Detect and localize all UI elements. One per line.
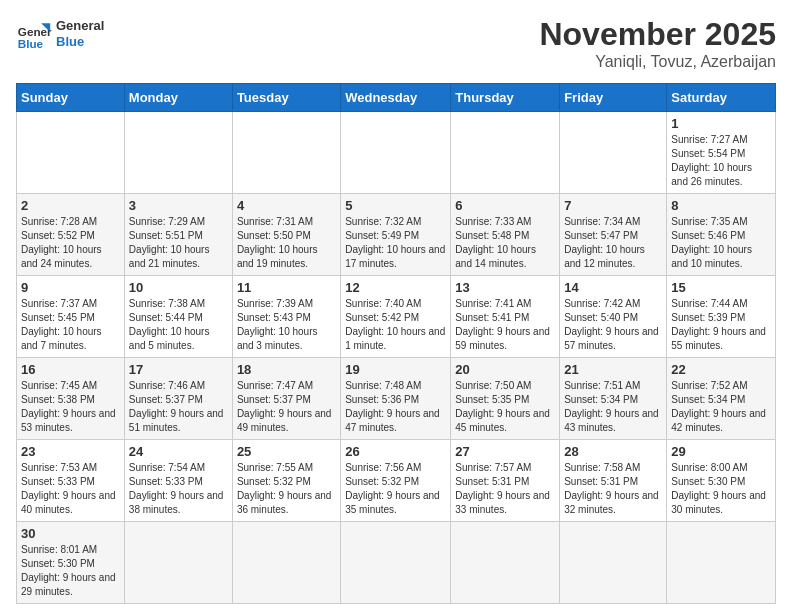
calendar-cell: 20Sunrise: 7:50 AM Sunset: 5:35 PM Dayli… xyxy=(451,358,560,440)
day-number: 18 xyxy=(237,362,336,377)
calendar-cell xyxy=(124,522,232,604)
calendar-cell: 4Sunrise: 7:31 AM Sunset: 5:50 PM Daylig… xyxy=(232,194,340,276)
day-number: 29 xyxy=(671,444,771,459)
calendar-cell: 30Sunrise: 8:01 AM Sunset: 5:30 PM Dayli… xyxy=(17,522,125,604)
day-info: Sunrise: 7:42 AM Sunset: 5:40 PM Dayligh… xyxy=(564,297,662,353)
calendar-header-row: SundayMondayTuesdayWednesdayThursdayFrid… xyxy=(17,84,776,112)
calendar-week-2: 2Sunrise: 7:28 AM Sunset: 5:52 PM Daylig… xyxy=(17,194,776,276)
logo-icon: General Blue xyxy=(16,16,52,52)
day-info: Sunrise: 7:35 AM Sunset: 5:46 PM Dayligh… xyxy=(671,215,771,271)
day-info: Sunrise: 7:28 AM Sunset: 5:52 PM Dayligh… xyxy=(21,215,120,271)
calendar-cell: 3Sunrise: 7:29 AM Sunset: 5:51 PM Daylig… xyxy=(124,194,232,276)
logo-blue: Blue xyxy=(56,34,104,50)
calendar-week-4: 16Sunrise: 7:45 AM Sunset: 5:38 PM Dayli… xyxy=(17,358,776,440)
calendar-cell: 17Sunrise: 7:46 AM Sunset: 5:37 PM Dayli… xyxy=(124,358,232,440)
calendar-cell xyxy=(667,522,776,604)
calendar-cell: 7Sunrise: 7:34 AM Sunset: 5:47 PM Daylig… xyxy=(560,194,667,276)
day-number: 6 xyxy=(455,198,555,213)
month-title: November 2025 xyxy=(539,16,776,53)
day-info: Sunrise: 7:53 AM Sunset: 5:33 PM Dayligh… xyxy=(21,461,120,517)
calendar-cell: 28Sunrise: 7:58 AM Sunset: 5:31 PM Dayli… xyxy=(560,440,667,522)
day-number: 19 xyxy=(345,362,446,377)
day-number: 23 xyxy=(21,444,120,459)
day-info: Sunrise: 7:32 AM Sunset: 5:49 PM Dayligh… xyxy=(345,215,446,271)
day-info: Sunrise: 7:37 AM Sunset: 5:45 PM Dayligh… xyxy=(21,297,120,353)
calendar-cell xyxy=(341,112,451,194)
calendar-cell xyxy=(232,522,340,604)
day-number: 13 xyxy=(455,280,555,295)
calendar-cell: 27Sunrise: 7:57 AM Sunset: 5:31 PM Dayli… xyxy=(451,440,560,522)
calendar-cell: 11Sunrise: 7:39 AM Sunset: 5:43 PM Dayli… xyxy=(232,276,340,358)
calendar-cell: 18Sunrise: 7:47 AM Sunset: 5:37 PM Dayli… xyxy=(232,358,340,440)
day-number: 22 xyxy=(671,362,771,377)
calendar-cell: 10Sunrise: 7:38 AM Sunset: 5:44 PM Dayli… xyxy=(124,276,232,358)
calendar-cell xyxy=(451,522,560,604)
calendar-cell: 8Sunrise: 7:35 AM Sunset: 5:46 PM Daylig… xyxy=(667,194,776,276)
day-number: 25 xyxy=(237,444,336,459)
calendar-cell: 5Sunrise: 7:32 AM Sunset: 5:49 PM Daylig… xyxy=(341,194,451,276)
calendar-cell: 22Sunrise: 7:52 AM Sunset: 5:34 PM Dayli… xyxy=(667,358,776,440)
calendar-cell: 29Sunrise: 8:00 AM Sunset: 5:30 PM Dayli… xyxy=(667,440,776,522)
calendar-cell xyxy=(341,522,451,604)
location-title: Yaniqli, Tovuz, Azerbaijan xyxy=(539,53,776,71)
day-info: Sunrise: 7:54 AM Sunset: 5:33 PM Dayligh… xyxy=(129,461,228,517)
day-info: Sunrise: 7:34 AM Sunset: 5:47 PM Dayligh… xyxy=(564,215,662,271)
day-info: Sunrise: 7:50 AM Sunset: 5:35 PM Dayligh… xyxy=(455,379,555,435)
day-number: 20 xyxy=(455,362,555,377)
svg-text:Blue: Blue xyxy=(18,37,44,50)
day-info: Sunrise: 7:33 AM Sunset: 5:48 PM Dayligh… xyxy=(455,215,555,271)
calendar-cell: 1Sunrise: 7:27 AM Sunset: 5:54 PM Daylig… xyxy=(667,112,776,194)
day-number: 1 xyxy=(671,116,771,131)
day-info: Sunrise: 7:31 AM Sunset: 5:50 PM Dayligh… xyxy=(237,215,336,271)
logo: General Blue General Blue xyxy=(16,16,104,52)
day-number: 24 xyxy=(129,444,228,459)
day-info: Sunrise: 7:51 AM Sunset: 5:34 PM Dayligh… xyxy=(564,379,662,435)
day-info: Sunrise: 7:47 AM Sunset: 5:37 PM Dayligh… xyxy=(237,379,336,435)
day-number: 28 xyxy=(564,444,662,459)
day-number: 17 xyxy=(129,362,228,377)
calendar: SundayMondayTuesdayWednesdayThursdayFrid… xyxy=(16,83,776,604)
calendar-week-6: 30Sunrise: 8:01 AM Sunset: 5:30 PM Dayli… xyxy=(17,522,776,604)
day-info: Sunrise: 7:45 AM Sunset: 5:38 PM Dayligh… xyxy=(21,379,120,435)
day-info: Sunrise: 7:55 AM Sunset: 5:32 PM Dayligh… xyxy=(237,461,336,517)
day-number: 21 xyxy=(564,362,662,377)
weekday-header-wednesday: Wednesday xyxy=(341,84,451,112)
weekday-header-friday: Friday xyxy=(560,84,667,112)
weekday-header-sunday: Sunday xyxy=(17,84,125,112)
day-number: 12 xyxy=(345,280,446,295)
day-info: Sunrise: 7:56 AM Sunset: 5:32 PM Dayligh… xyxy=(345,461,446,517)
calendar-cell xyxy=(232,112,340,194)
calendar-cell: 2Sunrise: 7:28 AM Sunset: 5:52 PM Daylig… xyxy=(17,194,125,276)
day-number: 30 xyxy=(21,526,120,541)
calendar-cell: 15Sunrise: 7:44 AM Sunset: 5:39 PM Dayli… xyxy=(667,276,776,358)
day-number: 8 xyxy=(671,198,771,213)
day-number: 14 xyxy=(564,280,662,295)
calendar-cell: 9Sunrise: 7:37 AM Sunset: 5:45 PM Daylig… xyxy=(17,276,125,358)
day-info: Sunrise: 7:29 AM Sunset: 5:51 PM Dayligh… xyxy=(129,215,228,271)
calendar-cell: 12Sunrise: 7:40 AM Sunset: 5:42 PM Dayli… xyxy=(341,276,451,358)
weekday-header-monday: Monday xyxy=(124,84,232,112)
day-info: Sunrise: 8:01 AM Sunset: 5:30 PM Dayligh… xyxy=(21,543,120,599)
day-number: 27 xyxy=(455,444,555,459)
day-number: 10 xyxy=(129,280,228,295)
weekday-header-tuesday: Tuesday xyxy=(232,84,340,112)
day-number: 4 xyxy=(237,198,336,213)
calendar-cell xyxy=(560,112,667,194)
day-number: 5 xyxy=(345,198,446,213)
calendar-cell: 6Sunrise: 7:33 AM Sunset: 5:48 PM Daylig… xyxy=(451,194,560,276)
page-header: General Blue General Blue November 2025 … xyxy=(16,16,776,71)
calendar-cell xyxy=(560,522,667,604)
day-number: 3 xyxy=(129,198,228,213)
calendar-cell xyxy=(124,112,232,194)
calendar-cell: 24Sunrise: 7:54 AM Sunset: 5:33 PM Dayli… xyxy=(124,440,232,522)
calendar-week-1: 1Sunrise: 7:27 AM Sunset: 5:54 PM Daylig… xyxy=(17,112,776,194)
calendar-cell: 16Sunrise: 7:45 AM Sunset: 5:38 PM Dayli… xyxy=(17,358,125,440)
calendar-cell xyxy=(451,112,560,194)
title-area: November 2025 Yaniqli, Tovuz, Azerbaijan xyxy=(539,16,776,71)
day-info: Sunrise: 7:46 AM Sunset: 5:37 PM Dayligh… xyxy=(129,379,228,435)
day-info: Sunrise: 7:44 AM Sunset: 5:39 PM Dayligh… xyxy=(671,297,771,353)
day-number: 26 xyxy=(345,444,446,459)
calendar-cell: 23Sunrise: 7:53 AM Sunset: 5:33 PM Dayli… xyxy=(17,440,125,522)
day-number: 11 xyxy=(237,280,336,295)
weekday-header-thursday: Thursday xyxy=(451,84,560,112)
